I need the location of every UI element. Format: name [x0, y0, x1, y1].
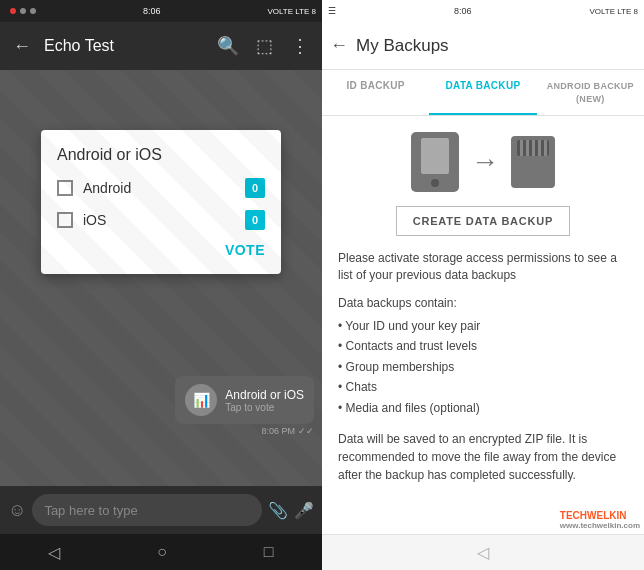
phone-icon: [411, 132, 459, 192]
read-tick: ✓✓: [298, 426, 314, 436]
back-nav-right[interactable]: ◁: [477, 543, 489, 562]
message-input[interactable]: Tap here to type: [32, 494, 262, 526]
back-icon-right[interactable]: ←: [330, 35, 348, 56]
dot-gray1: [20, 8, 26, 14]
back-nav-left[interactable]: ◁: [48, 543, 60, 562]
ios-count: 0: [245, 210, 265, 230]
tab-android-label: ANDROID BACKUP(NEW): [547, 81, 634, 104]
bubble-title: Android or iOS: [225, 388, 304, 402]
list-item: Your ID und your key pair: [338, 316, 628, 336]
android-checkbox[interactable]: [57, 180, 73, 196]
tab-android-backup[interactable]: ANDROID BACKUP(NEW): [537, 70, 644, 115]
dot-red: [10, 8, 16, 14]
list-item: Group memberships: [338, 357, 628, 377]
backup-contains-title: Data backups contain:: [338, 296, 628, 310]
list-item: Contacts and trust levels: [338, 336, 628, 356]
time-right: 8:06: [454, 6, 472, 16]
tabs-bar: ID BACKUP DATA BACKUP ANDROID BACKUP(NEW…: [322, 70, 644, 116]
right-panel: ☰ 8:06 VOLTE LTE 8 ← My Backups ID BACKU…: [322, 0, 644, 570]
ios-checkbox[interactable]: [57, 212, 73, 228]
signal-dots: [6, 8, 36, 14]
bubble-time: 8:06 PM: [261, 426, 295, 436]
bubble-subtitle: Tap to vote: [225, 402, 304, 413]
search-icon-left[interactable]: 🔍: [214, 35, 242, 57]
backup-info: Data will be saved to an encrypted ZIP f…: [338, 430, 628, 484]
home-nav-left[interactable]: ○: [157, 543, 167, 561]
list-item: Media and files (optional): [338, 398, 628, 418]
notification-icon: ☰: [328, 6, 336, 16]
tab-id-backup[interactable]: ID BACKUP: [322, 70, 429, 115]
chat-background: Android or iOS Android 0 iOS 0 VOTE 📊 An…: [0, 70, 322, 486]
backup-illustration: →: [338, 132, 628, 192]
nav-bar-right: ◁: [322, 534, 644, 570]
create-backup-button[interactable]: CREATE DATA BACKUP: [396, 206, 571, 236]
time-left: 8:06: [143, 6, 161, 16]
bubble-meta: 8:06 PM ✓✓: [175, 426, 314, 436]
android-label: Android: [83, 180, 235, 196]
app-bar-left: ← Echo Test 🔍 ⬚ ⋮: [0, 22, 322, 70]
chat-message-area: 📊 Android or iOS Tap to vote 8:06 PM ✓✓: [175, 376, 314, 436]
poll-bubble[interactable]: 📊 Android or iOS Tap to vote: [175, 376, 314, 424]
right-content: → CREATE DATA BACKUP Please activate sto…: [322, 116, 644, 534]
android-count: 0: [245, 178, 265, 198]
bubble-icon: 📊: [185, 384, 217, 416]
app-bar-right: ← My Backups: [322, 22, 644, 70]
backup-list: Your ID und your key pair Contacts and t…: [338, 316, 628, 418]
sd-card-icon: [511, 136, 555, 188]
status-icons-left: VOLTE LTE 8: [267, 7, 316, 16]
status-bar-left: 8:06 VOLTE LTE 8: [0, 0, 322, 22]
camera-icon-left: ⬚: [250, 35, 278, 57]
app-title-right: My Backups: [356, 36, 636, 56]
status-icons-right: VOLTE LTE 8: [589, 7, 638, 16]
emoji-icon[interactable]: ☺: [8, 500, 26, 521]
nav-bar-left: ◁ ○ □: [0, 534, 322, 570]
poll-option-ios[interactable]: iOS 0: [57, 210, 265, 230]
back-icon-left[interactable]: ←: [8, 36, 36, 57]
input-bar-left: ☺ Tap here to type 📎 🎤: [0, 486, 322, 534]
arrow-icon: →: [471, 146, 499, 178]
dot-gray2: [30, 8, 36, 14]
poll-dialog: Android or iOS Android 0 iOS 0 VOTE: [41, 130, 281, 274]
storage-notice: Please activate storage access permissio…: [338, 250, 628, 284]
poll-title: Android or iOS: [57, 146, 265, 164]
vote-button[interactable]: VOTE: [57, 242, 265, 258]
input-placeholder: Tap here to type: [44, 503, 137, 518]
status-bar-right: ☰ 8:06 VOLTE LTE 8: [322, 0, 644, 22]
recent-nav-left[interactable]: □: [264, 543, 274, 561]
tab-data-label: DATA BACKUP: [446, 80, 521, 91]
list-item: Chats: [338, 377, 628, 397]
poll-option-android[interactable]: Android 0: [57, 178, 265, 198]
app-title-left: Echo Test: [44, 37, 206, 55]
bubble-content: Android or iOS Tap to vote: [225, 388, 304, 413]
left-panel: 8:06 VOLTE LTE 8 ← Echo Test 🔍 ⬚ ⋮ Andro…: [0, 0, 322, 570]
tab-data-backup[interactable]: DATA BACKUP: [429, 70, 536, 115]
attach-icon[interactable]: 📎: [268, 501, 288, 520]
more-icon-left[interactable]: ⋮: [286, 35, 314, 57]
tab-id-label: ID BACKUP: [347, 80, 405, 91]
mic-icon[interactable]: 🎤: [294, 501, 314, 520]
ios-label: iOS: [83, 212, 235, 228]
